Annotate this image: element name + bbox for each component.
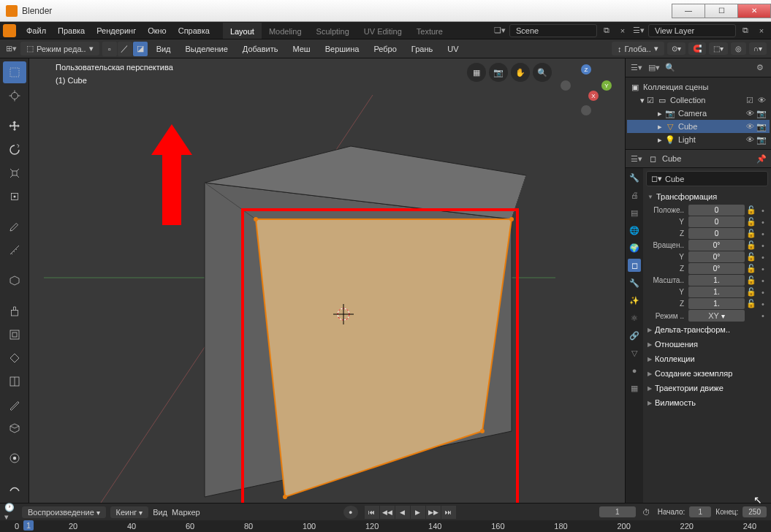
lock-icon[interactable]: 🔓 <box>746 252 756 262</box>
pivot-dropdown[interactable]: ⊙▾ <box>667 42 685 55</box>
outliner-editor-icon[interactable]: ☰▾ <box>630 61 643 75</box>
visibility-toggle[interactable]: 👁 <box>756 96 767 105</box>
render-toggle[interactable]: 📷 <box>756 135 767 145</box>
menu-file[interactable]: Файл <box>20 23 52 38</box>
tool-bevel[interactable] <box>3 347 26 369</box>
lock-icon[interactable]: 🔓 <box>746 229 756 238</box>
viewport-camera-icon[interactable]: ▦ <box>467 63 486 82</box>
jump-next-key[interactable]: ▶▶ <box>426 506 441 519</box>
timeline-marker[interactable]: Маркер <box>172 508 200 517</box>
jump-end[interactable]: ⏭ <box>441 506 456 519</box>
tab-material[interactable]: ● <box>628 364 641 377</box>
tab-viewlayer[interactable]: ▤ <box>628 206 641 219</box>
outliner-search-icon[interactable]: 🔍 <box>665 63 749 72</box>
lock-icon[interactable]: 🔓 <box>746 276 756 285</box>
maximize-button[interactable]: ☐ <box>704 4 738 18</box>
pin-icon[interactable]: 📌 <box>756 154 767 164</box>
scale-z[interactable]: 1. <box>688 298 745 309</box>
frame-start[interactable]: 1 <box>689 506 711 517</box>
preview-range-icon[interactable]: ⏱ <box>640 506 653 519</box>
close-button[interactable]: ✕ <box>737 4 771 18</box>
timeline-ruler[interactable]: 1 0 20 40 60 80 100 120 140 160 180 200 … <box>0 520 771 532</box>
lock-icon[interactable]: 🔓 <box>746 287 756 297</box>
panel-relations[interactable]: Отношения <box>646 337 768 352</box>
rotation-z[interactable]: 0° <box>688 263 745 274</box>
tool-inset[interactable] <box>3 324 26 346</box>
tool-transform[interactable] <box>3 186 26 208</box>
menu-edge[interactable]: Ребро <box>368 42 402 56</box>
tool-loopcut[interactable] <box>3 370 26 392</box>
panel-visibility[interactable]: Вилимость <box>646 395 768 410</box>
play-reverse[interactable]: ◀ <box>395 506 410 519</box>
jump-prev-key[interactable]: ◀◀ <box>380 506 395 519</box>
tool-rotate[interactable] <box>3 139 26 161</box>
blender-logo-icon[interactable] <box>3 24 16 37</box>
workspace-uvediting[interactable]: UV Editing <box>357 23 409 39</box>
outliner-item-cube[interactable]: ▸▽ Cube 👁📷 <box>627 120 770 133</box>
outliner-scene-collection[interactable]: ▣ Коллекция сцены <box>627 80 770 94</box>
snap-dropdown[interactable]: ⬚▾ <box>709 42 728 55</box>
lock-icon[interactable]: 🔓 <box>746 299 756 308</box>
mode-selector[interactable]: ⬚Режим реда..▾ <box>20 42 99 56</box>
rotation-mode[interactable]: XY ▾ <box>688 310 745 322</box>
menu-uv[interactable]: UV <box>441 42 464 56</box>
panel-delta[interactable]: Дельта-трансформ.. <box>646 322 768 337</box>
outliner-item-light[interactable]: ▸💡 Light 👁📷 <box>627 133 770 146</box>
viewlayer-field[interactable]: View Layer <box>648 24 736 37</box>
scene-delete-icon[interactable]: × <box>616 24 629 37</box>
menu-window[interactable]: Окно <box>142 23 172 38</box>
play[interactable]: ▶ <box>411 506 425 519</box>
lock-icon[interactable]: 🔓 <box>746 205 756 215</box>
3d-viewport[interactable]: Пользовательская перспектива (1) Cube ▦ … <box>29 58 625 503</box>
tool-select-box[interactable] <box>3 61 26 83</box>
properties-editor-icon[interactable]: ☰▾ <box>630 152 643 165</box>
outliner-filter-icon[interactable]: ⚙ <box>753 61 767 75</box>
outliner-item-camera[interactable]: ▸📷 Camera 👁📷 <box>627 107 770 120</box>
tab-modifiers[interactable]: 🔧 <box>628 276 641 289</box>
tool-spin[interactable] <box>3 447 26 469</box>
edge-select-mode[interactable]: ／ <box>118 42 132 56</box>
proportional-toggle[interactable]: ◎ <box>731 42 746 55</box>
editor-type-icon[interactable]: ⊞▾ <box>4 42 18 56</box>
playhead[interactable]: 1 <box>23 520 34 531</box>
panel-instancing[interactable]: Создание экземпляр <box>646 366 768 381</box>
tool-knife[interactable] <box>3 394 26 416</box>
tool-scale[interactable] <box>3 162 26 184</box>
workspace-modeling[interactable]: Modeling <box>262 23 309 39</box>
tab-world[interactable]: 🌍 <box>628 241 641 254</box>
tool-annotate[interactable] <box>3 216 26 238</box>
lock-icon[interactable]: 🔓 <box>746 217 756 227</box>
scene-field[interactable]: Scene <box>509 24 597 37</box>
face-select-mode[interactable]: ◪ <box>133 42 148 56</box>
menu-add[interactable]: Добавить <box>237 42 284 56</box>
panel-collections[interactable]: Коллекции <box>646 352 768 366</box>
tool-extrude[interactable] <box>3 300 26 322</box>
menu-mesh[interactable]: Меш <box>286 42 316 56</box>
visibility-toggle[interactable]: 👁 <box>745 135 755 145</box>
viewport-pan-icon[interactable]: ✋ <box>511 63 530 82</box>
tool-measure[interactable] <box>3 239 26 261</box>
timeline-playback[interactable]: Воспроизведение ▾ <box>22 506 106 518</box>
tool-cursor[interactable] <box>3 85 26 107</box>
tool-smooth[interactable] <box>3 478 26 500</box>
timeline-view[interactable]: Вид <box>153 508 167 517</box>
navigation-gizmo[interactable]: Z Y X <box>561 64 612 115</box>
tab-render[interactable]: 🔧 <box>628 171 641 184</box>
timeline-keying[interactable]: Кеинг ▾ <box>110 506 149 518</box>
tab-physics[interactable]: ⚛ <box>628 311 641 324</box>
rotation-y[interactable]: 0° <box>688 251 745 262</box>
lock-icon[interactable]: 🔓 <box>746 264 756 273</box>
workspace-layout[interactable]: Layout <box>223 23 262 39</box>
tab-constraints[interactable]: 🔗 <box>628 329 641 342</box>
frame-current[interactable]: 1 <box>599 506 636 517</box>
menu-face[interactable]: Грань <box>406 42 438 56</box>
object-name-field[interactable]: ◻▾Cube <box>646 171 768 186</box>
viewport-zoom-icon[interactable]: 🔍 <box>533 63 552 82</box>
panel-motion[interactable]: Траектории движе <box>646 381 768 395</box>
render-toggle[interactable]: 📷 <box>756 109 767 118</box>
menu-view[interactable]: Вид <box>151 42 177 56</box>
vertex-select-mode[interactable]: ▫ <box>102 42 117 56</box>
tab-texture[interactable]: ▦ <box>628 381 641 395</box>
render-toggle[interactable]: 📷 <box>756 122 767 132</box>
location-z[interactable]: 0 <box>688 228 745 239</box>
